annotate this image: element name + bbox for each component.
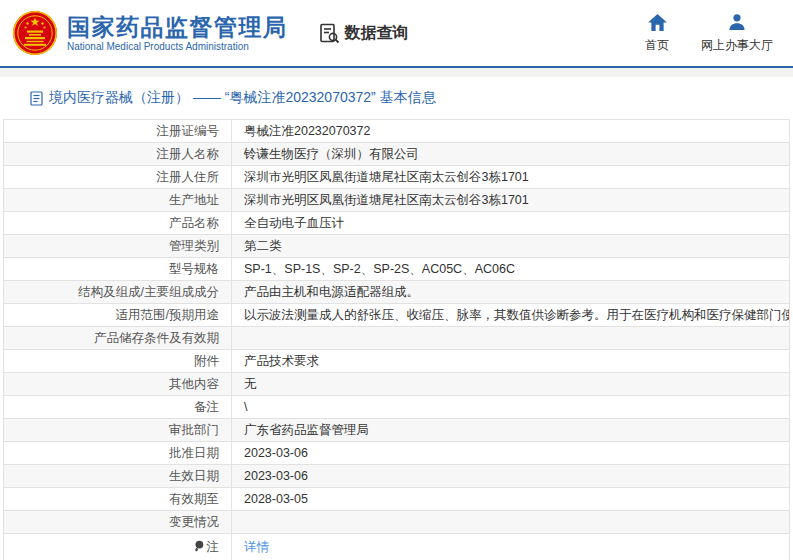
table-row: 批准日期2023-03-06 <box>4 442 790 465</box>
header-nav: 首页 网上办事大厅 <box>645 12 773 54</box>
row-value: 以示波法测量成人的舒张压、收缩压、脉率，其数值供诊断参考。用于在医疗机构和医疗保… <box>232 304 790 327</box>
row-value: 全自动电子血压计 <box>232 212 790 235</box>
table-row: 注详情 <box>4 534 790 560</box>
table-row: 产品储存条件及有效期 <box>4 327 790 350</box>
row-label: 管理类别 <box>4 235 232 258</box>
row-value: 详情 <box>232 534 790 560</box>
user-icon <box>728 12 746 31</box>
row-value: 2023-03-06 <box>232 442 790 465</box>
row-label: 有效期至 <box>4 488 232 511</box>
row-label: 其他内容 <box>4 373 232 396</box>
row-label: 结构及组成/主要组成成分 <box>4 281 232 304</box>
table-row: 其他内容无 <box>4 373 790 396</box>
note-icon <box>194 540 204 556</box>
row-value <box>232 327 790 350</box>
table-row: 审批部门广东省药品监督管理局 <box>4 419 790 442</box>
table-row: 生产地址深圳市光明区凤凰街道塘尾社区南太云创谷3栋1701 <box>4 189 790 212</box>
table-row: 结构及组成/主要组成成分产品由主机和电源适配器组成。 <box>4 281 790 304</box>
row-label: 生产地址 <box>4 189 232 212</box>
row-value <box>232 511 790 534</box>
nav-hall-label: 网上办事大厅 <box>701 37 773 54</box>
row-label: 备注 <box>4 396 232 419</box>
data-query-menu[interactable]: 数据查询 <box>318 22 409 45</box>
table-row: 附件产品技术要求 <box>4 350 790 373</box>
nav-home-label: 首页 <box>645 37 669 54</box>
row-label: 附件 <box>4 350 232 373</box>
home-icon <box>648 12 667 31</box>
row-value: 2028-03-05 <box>232 488 790 511</box>
site-header: 国家药品监督管理局 National Medical Products Admi… <box>0 0 793 68</box>
table-row: 备注\ <box>4 396 790 419</box>
row-label: 注册证编号 <box>4 120 232 143</box>
row-value: SP-1、SP-1S、SP-2、SP-2S、AC05C、AC06C <box>232 258 790 281</box>
national-emblem-logo <box>12 10 58 56</box>
table-row: 管理类别第二类 <box>4 235 790 258</box>
row-label: 注册人住所 <box>4 166 232 189</box>
nav-home[interactable]: 首页 <box>645 12 669 54</box>
row-label: 注册人名称 <box>4 143 232 166</box>
row-label: 变更情况 <box>4 511 232 534</box>
table-row: 变更情况 <box>4 511 790 534</box>
row-value: 铃谦生物医疗（深圳）有限公司 <box>232 143 790 166</box>
data-query-label: 数据查询 <box>345 23 409 44</box>
table-row: 注册人名称铃谦生物医疗（深圳）有限公司 <box>4 143 790 166</box>
row-label: 注 <box>4 534 232 560</box>
org-name-cn: 国家药品监督管理局 <box>67 14 288 40</box>
row-value: 无 <box>232 373 790 396</box>
table-row: 注册证编号粤械注准20232070372 <box>4 120 790 143</box>
nav-online-hall[interactable]: 网上办事大厅 <box>701 12 773 54</box>
row-label: 批准日期 <box>4 442 232 465</box>
data-query-icon <box>318 22 345 45</box>
row-value: \ <box>232 396 790 419</box>
org-name-en: National Medical Products Administration <box>67 41 288 52</box>
table-row: 生效日期2023-03-06 <box>4 465 790 488</box>
detail-link[interactable]: 详情 <box>244 540 269 554</box>
document-icon <box>30 91 43 106</box>
row-value: 产品技术要求 <box>232 350 790 373</box>
table-row: 适用范围/预期用途以示波法测量成人的舒张压、收缩压、脉率，其数值供诊断参考。用于… <box>4 304 790 327</box>
org-title-block: 国家药品监督管理局 National Medical Products Admi… <box>67 14 288 52</box>
row-value: 第二类 <box>232 235 790 258</box>
row-value: 深圳市光明区凤凰街道塘尾社区南太云创谷3栋1701 <box>232 189 790 212</box>
row-label: 型号规格 <box>4 258 232 281</box>
row-value: 粤械注准20232070372 <box>232 120 790 143</box>
row-label: 产品储存条件及有效期 <box>4 327 232 350</box>
row-label: 适用范围/预期用途 <box>4 304 232 327</box>
row-label: 审批部门 <box>4 419 232 442</box>
row-value: 2023-03-06 <box>232 465 790 488</box>
row-label: 产品名称 <box>4 212 232 235</box>
breadcrumb: 境内医疗器械（注册） —— “粤械注准20232070372” 基本信息 <box>0 77 793 118</box>
registration-info-table: 注册证编号粤械注准20232070372注册人名称铃谦生物医疗（深圳）有限公司注… <box>3 119 790 560</box>
row-value: 深圳市光明区凤凰街道塘尾社区南太云创谷3栋1701 <box>232 166 790 189</box>
table-row: 有效期至2028-03-05 <box>4 488 790 511</box>
row-label: 生效日期 <box>4 465 232 488</box>
row-value: 产品由主机和电源适配器组成。 <box>232 281 790 304</box>
table-row: 注册人住所深圳市光明区凤凰街道塘尾社区南太云创谷3栋1701 <box>4 166 790 189</box>
row-value: 广东省药品监督管理局 <box>232 419 790 442</box>
table-row: 产品名称全自动电子血压计 <box>4 212 790 235</box>
table-row: 型号规格SP-1、SP-1S、SP-2、SP-2S、AC05C、AC06C <box>4 258 790 281</box>
page-title: 境内医疗器械（注册） —— “粤械注准20232070372” 基本信息 <box>49 89 436 107</box>
header-divider-strip <box>0 68 793 77</box>
